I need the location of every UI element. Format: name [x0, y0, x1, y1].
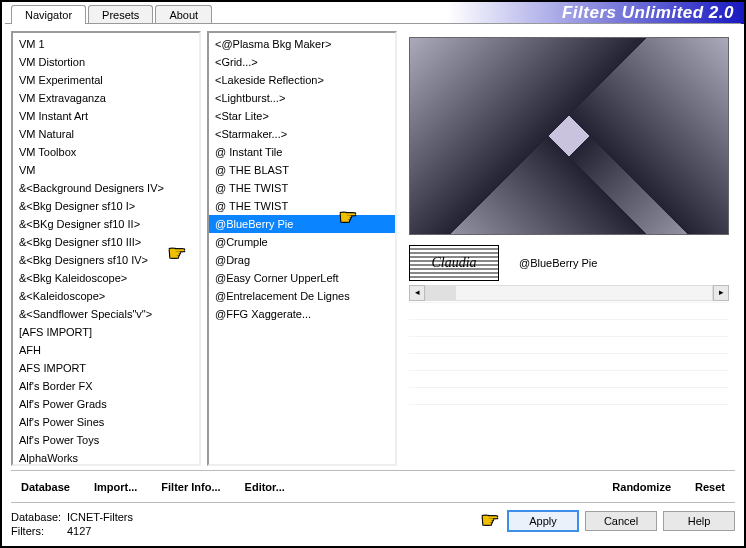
- list-item[interactable]: <Grid...>: [209, 53, 395, 71]
- status-db-value: ICNET-Filters: [67, 511, 133, 523]
- list-item[interactable]: VM Distortion: [13, 53, 199, 71]
- tabs: NavigatorPresetsAbout: [11, 2, 214, 24]
- list-item[interactable]: @Entrelacement De Lignes: [209, 287, 395, 305]
- list-item[interactable]: @Drag: [209, 251, 395, 269]
- slider-left-arrow[interactable]: ◂: [409, 285, 425, 301]
- list-item[interactable]: <Lightburst...>: [209, 89, 395, 107]
- filter-list[interactable]: <@Plasma Bkg Maker><Grid...><Lakeside Re…: [207, 31, 397, 466]
- status-filters-value: 4127: [67, 525, 91, 537]
- list-item[interactable]: &<Sandflower Specials"v">: [13, 305, 199, 323]
- list-item[interactable]: Alf's Power Toys: [13, 431, 199, 449]
- list-item[interactable]: AFH: [13, 341, 199, 359]
- main-area: VM 1VM DistortionVM ExperimentalVM Extra…: [2, 25, 744, 466]
- app-title: Filters Unlimited 2.0: [562, 3, 734, 23]
- list-item[interactable]: VM Toolbox: [13, 143, 199, 161]
- list-item[interactable]: <Star Lite>: [209, 107, 395, 125]
- status-db-label: Database:: [11, 510, 67, 524]
- param-slider[interactable]: ◂ ▸: [409, 285, 729, 301]
- list-item[interactable]: VM Experimental: [13, 71, 199, 89]
- slider-right-arrow[interactable]: ▸: [713, 285, 729, 301]
- status-filters-label: Filters:: [11, 524, 67, 538]
- list-item[interactable]: @BlueBerry Pie: [209, 215, 395, 233]
- slider-thumb[interactable]: [426, 286, 456, 300]
- tab-about[interactable]: About: [155, 5, 212, 24]
- import-button[interactable]: Import...: [84, 477, 147, 497]
- editor-button[interactable]: Editor...: [235, 477, 295, 497]
- category-list[interactable]: VM 1VM DistortionVM ExperimentalVM Extra…: [11, 31, 201, 466]
- reset-button[interactable]: Reset: [685, 477, 735, 497]
- list-item[interactable]: @ THE TWIST: [209, 179, 395, 197]
- list-item[interactable]: [AFS IMPORT]: [13, 323, 199, 341]
- list-item[interactable]: @Crumple: [209, 233, 395, 251]
- tab-navigator[interactable]: Navigator: [11, 5, 86, 24]
- list-item[interactable]: @ Instant Tile: [209, 143, 395, 161]
- list-item[interactable]: &<Bkg Designer sf10 I>: [13, 197, 199, 215]
- cancel-button[interactable]: Cancel: [585, 511, 657, 531]
- list-item[interactable]: @ THE TWIST: [209, 197, 395, 215]
- list-item[interactable]: VM Extravaganza: [13, 89, 199, 107]
- tab-presets[interactable]: Presets: [88, 5, 153, 24]
- list-item[interactable]: &<BKg Designer sf10 II>: [13, 215, 199, 233]
- list-item[interactable]: @Easy Corner UpperLeft: [209, 269, 395, 287]
- list-item[interactable]: &<Kaleidoscope>: [13, 287, 199, 305]
- list-item[interactable]: &<Bkg Kaleidoscope>: [13, 269, 199, 287]
- list-item[interactable]: VM 1: [13, 35, 199, 53]
- list-item[interactable]: <Starmaker...>: [209, 125, 395, 143]
- list-item[interactable]: Alf's Border FX: [13, 377, 199, 395]
- list-item[interactable]: VM Instant Art: [13, 107, 199, 125]
- status-row: Database:ICNET-Filters Filters:4127 Appl…: [11, 502, 735, 546]
- list-item[interactable]: VM: [13, 161, 199, 179]
- toolbar: Database Import... Filter Info... Editor…: [11, 470, 735, 502]
- list-item[interactable]: <Lakeside Reflection>: [209, 71, 395, 89]
- filterinfo-button[interactable]: Filter Info...: [151, 477, 230, 497]
- apply-button[interactable]: Apply: [507, 510, 579, 532]
- list-item[interactable]: @FFG Xaggerate...: [209, 305, 395, 323]
- param-label: @BlueBerry Pie: [507, 257, 729, 269]
- list-item[interactable]: Alf's Power Sines: [13, 413, 199, 431]
- randomize-button[interactable]: Randomize: [602, 477, 681, 497]
- list-item[interactable]: <@Plasma Bkg Maker>: [209, 35, 395, 53]
- list-item[interactable]: @ THE BLAST: [209, 161, 395, 179]
- list-item[interactable]: &<Background Designers IV>: [13, 179, 199, 197]
- list-item[interactable]: VM Natural: [13, 125, 199, 143]
- list-item[interactable]: AFS IMPORT: [13, 359, 199, 377]
- watermark: Claudia: [409, 245, 499, 281]
- list-item[interactable]: Alf's Power Grads: [13, 395, 199, 413]
- slider-track[interactable]: [425, 285, 713, 301]
- title-bar: NavigatorPresetsAbout Filters Unlimited …: [2, 2, 744, 24]
- help-button[interactable]: Help: [663, 511, 735, 531]
- list-item[interactable]: AlphaWorks: [13, 449, 199, 466]
- database-button[interactable]: Database: [11, 477, 80, 497]
- preview-image: [409, 37, 729, 235]
- list-item[interactable]: &<Bkg Designers sf10 IV>: [13, 251, 199, 269]
